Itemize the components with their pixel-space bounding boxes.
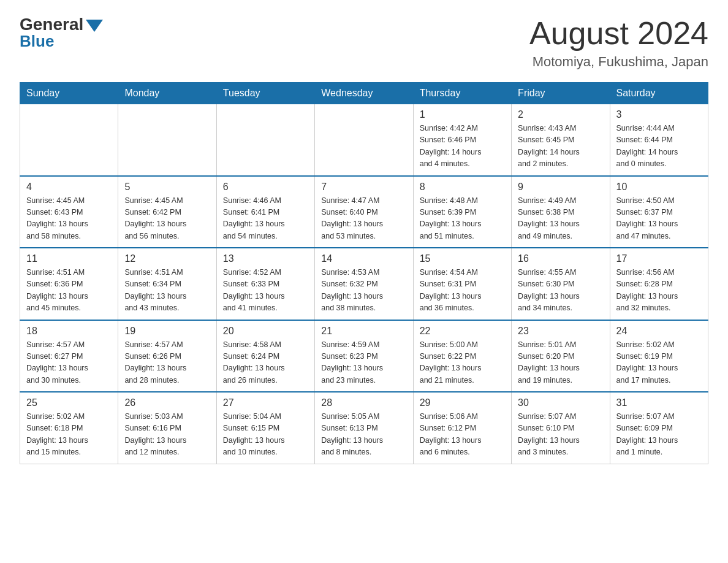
day-number: 26: [124, 397, 210, 408]
weekday-header-saturday: Saturday: [610, 83, 708, 104]
calendar-cell: 20Sunrise: 4:58 AMSunset: 6:24 PMDayligh…: [216, 320, 314, 393]
day-number: 27: [223, 397, 308, 408]
day-number: 18: [26, 326, 112, 337]
calendar-cell: 27Sunrise: 5:04 AMSunset: 6:15 PMDayligh…: [216, 392, 314, 464]
logo-arrow-icon: [86, 20, 103, 32]
calendar-cell: 5Sunrise: 4:45 AMSunset: 6:42 PMDaylight…: [118, 176, 216, 248]
calendar-cell: 26Sunrise: 5:03 AMSunset: 6:16 PMDayligh…: [118, 392, 216, 464]
calendar-cell: 31Sunrise: 5:07 AMSunset: 6:09 PMDayligh…: [610, 392, 708, 464]
day-number: 28: [321, 397, 406, 408]
logo: General Blue: [20, 15, 103, 51]
day-info: Sunrise: 4:53 AMSunset: 6:32 PMDaylight:…: [321, 267, 406, 315]
day-number: 11: [26, 253, 112, 264]
title-section: August 2024 Motomiya, Fukushima, Japan: [529, 15, 708, 70]
calendar-cell: 16Sunrise: 4:55 AMSunset: 6:30 PMDayligh…: [512, 248, 610, 320]
weekday-header-wednesday: Wednesday: [315, 83, 413, 104]
calendar-cell: [20, 104, 118, 176]
day-info: Sunrise: 4:45 AMSunset: 6:42 PMDaylight:…: [124, 195, 210, 243]
weekday-header-friday: Friday: [512, 83, 610, 104]
day-info: Sunrise: 4:52 AMSunset: 6:33 PMDaylight:…: [223, 267, 308, 315]
weekday-header-tuesday: Tuesday: [216, 83, 314, 104]
calendar-cell: 11Sunrise: 4:51 AMSunset: 6:36 PMDayligh…: [20, 248, 118, 320]
day-number: 19: [124, 326, 210, 337]
calendar-cell: 7Sunrise: 4:47 AMSunset: 6:40 PMDaylight…: [315, 176, 413, 248]
week-row-5: 25Sunrise: 5:02 AMSunset: 6:18 PMDayligh…: [20, 392, 708, 464]
day-info: Sunrise: 4:56 AMSunset: 6:28 PMDaylight:…: [616, 267, 702, 315]
day-number: 12: [124, 253, 210, 264]
day-number: 5: [124, 182, 210, 193]
day-number: 30: [518, 397, 603, 408]
day-number: 20: [223, 326, 308, 337]
day-number: 9: [518, 182, 603, 193]
day-info: Sunrise: 4:51 AMSunset: 6:34 PMDaylight:…: [124, 267, 210, 315]
calendar-cell: 10Sunrise: 4:50 AMSunset: 6:37 PMDayligh…: [610, 176, 708, 248]
day-number: 21: [321, 326, 406, 337]
day-number: 17: [616, 253, 702, 264]
day-number: 4: [26, 182, 112, 193]
day-info: Sunrise: 4:48 AMSunset: 6:39 PMDaylight:…: [420, 195, 505, 243]
calendar-cell: 18Sunrise: 4:57 AMSunset: 6:27 PMDayligh…: [20, 320, 118, 393]
day-number: 31: [616, 397, 702, 408]
calendar-cell: 9Sunrise: 4:49 AMSunset: 6:38 PMDaylight…: [512, 176, 610, 248]
week-row-1: 1Sunrise: 4:42 AMSunset: 6:46 PMDaylight…: [20, 104, 708, 176]
day-number: 2: [518, 109, 603, 120]
logo-blue-text: Blue: [20, 32, 54, 51]
day-number: 25: [26, 397, 112, 408]
day-number: 24: [616, 326, 702, 337]
day-number: 13: [223, 253, 308, 264]
day-info: Sunrise: 5:00 AMSunset: 6:22 PMDaylight:…: [420, 339, 505, 387]
day-info: Sunrise: 4:54 AMSunset: 6:31 PMDaylight:…: [420, 267, 505, 315]
day-number: 15: [420, 253, 505, 264]
week-row-2: 4Sunrise: 4:45 AMSunset: 6:43 PMDaylight…: [20, 176, 708, 248]
day-info: Sunrise: 5:06 AMSunset: 6:12 PMDaylight:…: [420, 411, 505, 459]
calendar-cell: 1Sunrise: 4:42 AMSunset: 6:46 PMDaylight…: [413, 104, 511, 176]
calendar-cell: 15Sunrise: 4:54 AMSunset: 6:31 PMDayligh…: [413, 248, 511, 320]
day-number: 23: [518, 326, 603, 337]
day-number: 8: [420, 182, 505, 193]
calendar-cell: 4Sunrise: 4:45 AMSunset: 6:43 PMDaylight…: [20, 176, 118, 248]
calendar-table: SundayMondayTuesdayWednesdayThursdayFrid…: [20, 82, 708, 464]
week-row-4: 18Sunrise: 4:57 AMSunset: 6:27 PMDayligh…: [20, 320, 708, 393]
day-info: Sunrise: 4:46 AMSunset: 6:41 PMDaylight:…: [223, 195, 308, 243]
calendar-cell: 22Sunrise: 5:00 AMSunset: 6:22 PMDayligh…: [413, 320, 511, 393]
day-info: Sunrise: 5:01 AMSunset: 6:20 PMDaylight:…: [518, 339, 603, 387]
day-info: Sunrise: 4:50 AMSunset: 6:37 PMDaylight:…: [616, 195, 702, 243]
calendar-cell: 8Sunrise: 4:48 AMSunset: 6:39 PMDaylight…: [413, 176, 511, 248]
day-number: 1: [420, 109, 505, 120]
weekday-header-thursday: Thursday: [413, 83, 511, 104]
calendar-cell: 6Sunrise: 4:46 AMSunset: 6:41 PMDaylight…: [216, 176, 314, 248]
calendar-cell: 19Sunrise: 4:57 AMSunset: 6:26 PMDayligh…: [118, 320, 216, 393]
weekday-header-sunday: Sunday: [20, 83, 118, 104]
calendar-cell: 2Sunrise: 4:43 AMSunset: 6:45 PMDaylight…: [512, 104, 610, 176]
day-info: Sunrise: 4:59 AMSunset: 6:23 PMDaylight:…: [321, 339, 406, 387]
day-info: Sunrise: 4:55 AMSunset: 6:30 PMDaylight:…: [518, 267, 603, 315]
day-info: Sunrise: 5:07 AMSunset: 6:10 PMDaylight:…: [518, 411, 603, 459]
day-info: Sunrise: 5:04 AMSunset: 6:15 PMDaylight:…: [223, 411, 308, 459]
day-info: Sunrise: 4:58 AMSunset: 6:24 PMDaylight:…: [223, 339, 308, 387]
month-title: August 2024: [529, 15, 708, 52]
day-info: Sunrise: 4:49 AMSunset: 6:38 PMDaylight:…: [518, 195, 603, 243]
day-number: 7: [321, 182, 406, 193]
calendar-cell: 13Sunrise: 4:52 AMSunset: 6:33 PMDayligh…: [216, 248, 314, 320]
calendar-cell: 29Sunrise: 5:06 AMSunset: 6:12 PMDayligh…: [413, 392, 511, 464]
calendar-cell: 23Sunrise: 5:01 AMSunset: 6:20 PMDayligh…: [512, 320, 610, 393]
day-info: Sunrise: 5:05 AMSunset: 6:13 PMDaylight:…: [321, 411, 406, 459]
day-number: 22: [420, 326, 505, 337]
calendar-cell: 25Sunrise: 5:02 AMSunset: 6:18 PMDayligh…: [20, 392, 118, 464]
day-info: Sunrise: 4:45 AMSunset: 6:43 PMDaylight:…: [26, 195, 112, 243]
calendar-cell: 21Sunrise: 4:59 AMSunset: 6:23 PMDayligh…: [315, 320, 413, 393]
day-info: Sunrise: 4:57 AMSunset: 6:27 PMDaylight:…: [26, 339, 112, 387]
calendar-cell: 30Sunrise: 5:07 AMSunset: 6:10 PMDayligh…: [512, 392, 610, 464]
calendar-cell: 12Sunrise: 4:51 AMSunset: 6:34 PMDayligh…: [118, 248, 216, 320]
calendar-cell: [315, 104, 413, 176]
location-title: Motomiya, Fukushima, Japan: [529, 54, 708, 70]
page-header: General Blue August 2024 Motomiya, Fukus…: [20, 15, 708, 70]
day-info: Sunrise: 5:07 AMSunset: 6:09 PMDaylight:…: [616, 411, 702, 459]
calendar-cell: 14Sunrise: 4:53 AMSunset: 6:32 PMDayligh…: [315, 248, 413, 320]
day-info: Sunrise: 5:02 AMSunset: 6:18 PMDaylight:…: [26, 411, 112, 459]
day-number: 10: [616, 182, 702, 193]
calendar-cell: 17Sunrise: 4:56 AMSunset: 6:28 PMDayligh…: [610, 248, 708, 320]
day-number: 14: [321, 253, 406, 264]
calendar-cell: 24Sunrise: 5:02 AMSunset: 6:19 PMDayligh…: [610, 320, 708, 393]
day-info: Sunrise: 4:57 AMSunset: 6:26 PMDaylight:…: [124, 339, 210, 387]
